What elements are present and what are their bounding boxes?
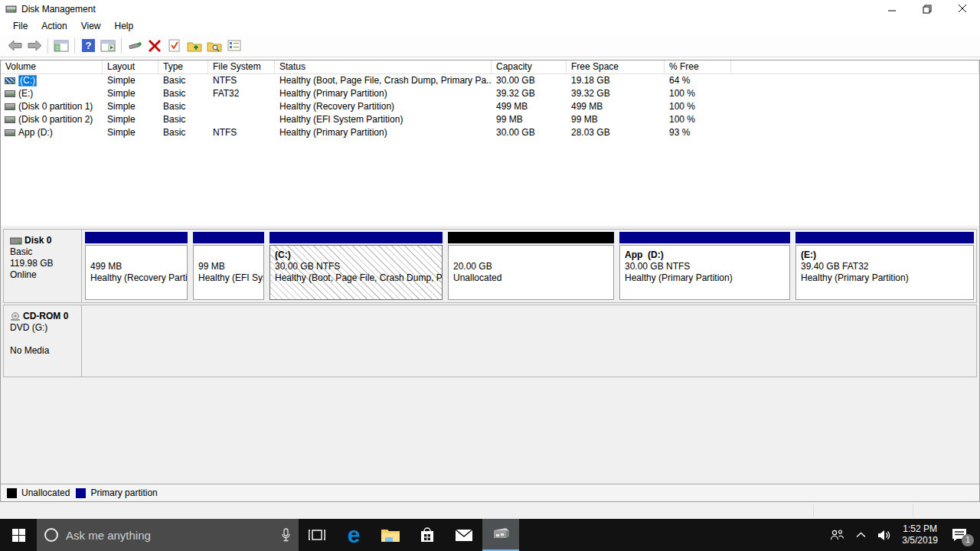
disk-management-window: Disk Management File Action View Help ? (0, 0, 980, 519)
table-row-partition1[interactable]: (Disk 0 partition 1) Simple Basic Health… (1, 100, 979, 113)
partition-c-selected[interactable]: (C:)30.00 GB NTFSHealthy (Boot, Page Fil… (267, 230, 445, 302)
col-status[interactable]: Status (275, 60, 492, 74)
disk-management-icon (491, 526, 511, 543)
task-view-button[interactable] (299, 519, 335, 551)
primary-partition-bar (795, 232, 974, 243)
col-volume[interactable]: Volume (1, 60, 103, 74)
col-type[interactable]: Type (158, 60, 208, 74)
col-filler (731, 60, 979, 74)
clock-time: 1:52 PM (902, 523, 938, 535)
taskbar: e 1:52 PM 3/5/2019 1 (0, 519, 980, 551)
explore-folder-icon[interactable] (205, 37, 224, 55)
status-bar (0, 502, 980, 519)
close-button[interactable] (945, 0, 980, 18)
back-icon[interactable] (5, 37, 24, 55)
console-content: Volume Layout Type File System Status Ca… (0, 60, 980, 502)
menu-action[interactable]: Action (34, 18, 74, 34)
partition-efi[interactable]: 99 MBHealthy (EFI Syst (191, 230, 266, 302)
forward-icon[interactable] (25, 37, 44, 55)
menu-view[interactable]: View (74, 18, 108, 34)
svg-text:?: ? (85, 40, 91, 51)
disk0-label-panel[interactable]: Disk 0 Basic 119.98 GB Online (4, 230, 82, 302)
volume-icon (5, 103, 15, 110)
edge-icon: e (348, 523, 361, 546)
primary-partition-color-swatch (76, 488, 86, 498)
graphical-view: Disk 0 Basic 119.98 GB Online 499 MBHeal… (1, 226, 979, 484)
mail-taskbar-icon[interactable] (446, 519, 482, 551)
legend-unallocated: Unallocated (7, 487, 70, 498)
edge-taskbar-icon[interactable]: e (335, 519, 372, 551)
primary-partition-bar (193, 232, 264, 243)
windows-logo-icon (12, 529, 25, 542)
people-icon[interactable] (828, 523, 846, 546)
mail-icon (455, 529, 473, 542)
cortana-icon (44, 528, 58, 542)
microphone-icon[interactable] (281, 528, 291, 542)
table-row-app-d[interactable]: App (D:) Simple Basic NTFS Healthy (Prim… (1, 126, 979, 139)
volume-list-header: Volume Layout Type File System Status Ca… (1, 60, 979, 74)
notification-badge: 1 (962, 534, 974, 546)
col-layout[interactable]: Layout (103, 60, 158, 74)
partition-unallocated[interactable]: 20.00 GBUnallocated (446, 230, 616, 302)
menu-help[interactable]: Help (108, 18, 141, 34)
unallocated-bar (448, 232, 614, 243)
disk-drive-icon (5, 4, 18, 14)
window-title: Disk Management (21, 4, 96, 15)
check-document-icon[interactable] (165, 37, 184, 55)
primary-partition-bar (619, 232, 790, 243)
title-bar: Disk Management (0, 0, 980, 18)
menu-bar: File Action View Help (0, 18, 980, 34)
legend-bar: Unallocated Primary partition (1, 484, 979, 501)
properties-list-icon[interactable] (225, 37, 243, 55)
unallocated-color-swatch (7, 488, 17, 498)
cortana-search-box[interactable] (37, 519, 299, 551)
cdrom-label-panel[interactable]: CD-ROM 0 DVD (G:) No Media (4, 305, 82, 377)
legend-primary-partition: Primary partition (76, 487, 157, 498)
table-row-partition2[interactable]: (Disk 0 partition 2) Simple Basic Health… (1, 113, 979, 126)
toolbar: ? (0, 34, 980, 57)
task-view-icon (309, 529, 325, 541)
folder-icon (381, 527, 400, 543)
partition-app-d[interactable]: App (D:)30.00 GB NTFSHealthy (Primary Pa… (617, 230, 792, 302)
restore-button[interactable] (910, 0, 945, 18)
disk0-row: Disk 0 Basic 119.98 GB Online 499 MBHeal… (3, 229, 977, 303)
col-pct-free[interactable]: % Free (665, 60, 731, 74)
search-input[interactable] (66, 529, 273, 542)
show-console-tree-icon[interactable] (52, 37, 70, 55)
store-icon (419, 527, 436, 543)
cd-icon (10, 312, 21, 321)
volume-icon (5, 116, 15, 123)
export-folder-icon[interactable] (185, 37, 204, 55)
col-capacity[interactable]: Capacity (492, 60, 567, 74)
disk-management-taskbar-icon[interactable] (482, 519, 519, 551)
start-button[interactable] (0, 519, 37, 551)
cdrom-row: CD-ROM 0 DVD (G:) No Media (3, 305, 977, 377)
table-row-c[interactable]: (C:) Simple Basic NTFS Healthy (Boot, Pa… (1, 74, 979, 87)
speaker-icon[interactable] (875, 523, 893, 546)
taskbar-clock[interactable]: 1:52 PM 3/5/2019 (899, 523, 941, 546)
table-row-e[interactable]: (E:) Simple Basic FAT32 Healthy (Primary… (1, 87, 979, 100)
system-tray: 1:52 PM 3/5/2019 1 (828, 519, 980, 551)
primary-partition-bar (85, 232, 188, 243)
volume-icon (5, 77, 15, 84)
store-taskbar-icon[interactable] (409, 519, 446, 551)
delete-icon[interactable] (145, 37, 164, 55)
refresh-wand-icon[interactable] (126, 37, 144, 55)
menu-file[interactable]: File (6, 18, 34, 34)
primary-partition-bar (270, 232, 443, 243)
volume-list: Volume Layout Type File System Status Ca… (1, 60, 979, 226)
partition-e[interactable]: (E:)39.40 GB FAT32Healthy (Primary Parti… (793, 230, 976, 302)
action-center-button[interactable]: 1 (946, 522, 972, 548)
partition-recovery[interactable]: 499 MBHealthy (Recovery Parti (83, 230, 190, 302)
col-file-system[interactable]: File System (208, 60, 275, 74)
volume-icon (5, 90, 15, 97)
chevron-up-icon[interactable] (851, 523, 870, 546)
file-explorer-taskbar-icon[interactable] (372, 519, 409, 551)
clock-date: 3/5/2019 (902, 535, 938, 546)
disk-icon (10, 237, 22, 245)
show-action-pane-icon[interactable] (99, 37, 117, 55)
help-icon[interactable]: ? (79, 37, 97, 55)
col-free-space[interactable]: Free Space (567, 60, 665, 74)
minimize-button[interactable] (874, 0, 910, 18)
volume-icon (5, 129, 15, 136)
